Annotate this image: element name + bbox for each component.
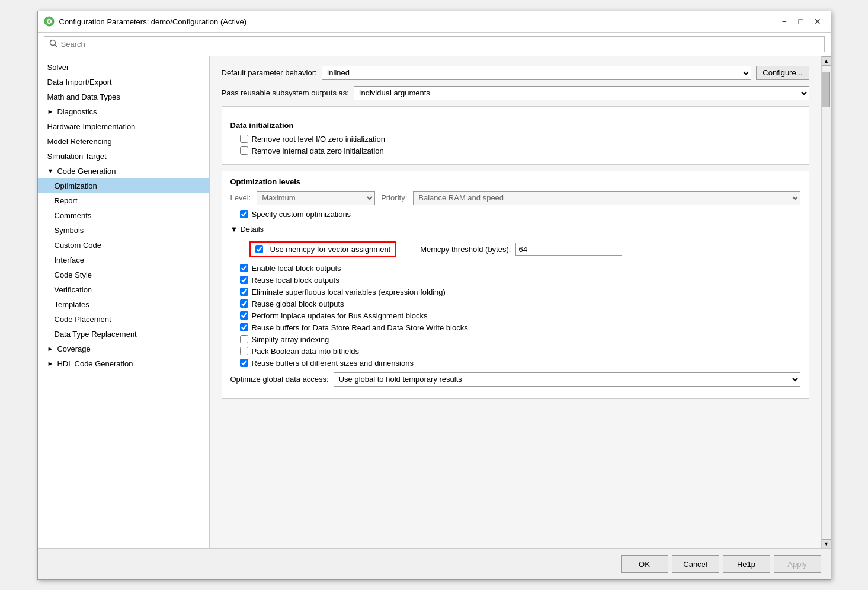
remove-internal-label[interactable]: Remove internal data zero initialization: [252, 146, 384, 155]
data-type-replacement-label: Data Type Replacement: [55, 330, 137, 339]
remove-root-io-row: Remove root level I/O zero initializatio…: [240, 135, 800, 143]
eliminate-superfluous-label[interactable]: Eliminate superfluous local variables (e…: [252, 288, 446, 296]
sidebar-item-coverage[interactable]: ►Coverage: [38, 342, 209, 356]
sidebar-item-data-import-export[interactable]: Data Import/Export: [38, 75, 209, 90]
minimize-button[interactable]: −: [777, 14, 792, 28]
perform-inplace-row: Perform inplace updates for Bus Assignme…: [240, 311, 800, 320]
optimize-global-select[interactable]: Use global to hold temporary results: [334, 372, 800, 387]
app-icon: [44, 16, 55, 27]
remove-internal-row: Remove internal data zero initialization: [240, 146, 800, 155]
simplify-array-label[interactable]: Simplify array indexing: [252, 335, 329, 344]
reuse-buffers-store-checkbox[interactable]: [240, 323, 248, 331]
sidebar-item-hdl-code-generation[interactable]: ►HDL Code Generation: [38, 356, 209, 371]
apply-button[interactable]: Apply: [774, 555, 821, 573]
sidebar-item-symbols[interactable]: Symbols: [38, 223, 209, 238]
specify-custom-checkbox[interactable]: [240, 210, 248, 218]
reuse-local-outputs-checkbox[interactable]: [240, 276, 248, 284]
scroll-thumb[interactable]: [822, 72, 830, 107]
memcpy-threshold-input[interactable]: [515, 243, 622, 256]
title-bar: Configuration Parameters: demo/Configura…: [38, 11, 831, 33]
pack-boolean-label[interactable]: Pack Boolean data into bitfields: [252, 347, 359, 356]
sidebar-item-hardware-implementation[interactable]: Hardware Implementation: [38, 119, 209, 134]
enable-local-outputs-checkbox[interactable]: [240, 264, 248, 272]
data-init-section: Data initialization Remove root level I/…: [222, 106, 809, 165]
coverage-label: Coverage: [57, 345, 90, 353]
diagnostics-label: Diagnostics: [57, 107, 97, 116]
sidebar-item-diagnostics[interactable]: ►Diagnostics: [38, 104, 209, 119]
pass-reusable-select[interactable]: Individual arguments: [354, 86, 809, 100]
sidebar-item-templates[interactable]: Templates: [38, 297, 209, 312]
sidebar-item-code-placement[interactable]: Code Placement: [38, 312, 209, 327]
priority-select[interactable]: Balance RAM and speed: [413, 191, 800, 205]
cancel-button[interactable]: Cancel: [672, 555, 719, 573]
pack-boolean-checkbox[interactable]: [240, 347, 248, 355]
pass-reusable-row: Pass reusable subsystem outputs as: Indi…: [222, 86, 809, 100]
scroll-track[interactable]: [822, 66, 831, 539]
specify-custom-label[interactable]: Specify custom optimizations: [252, 210, 351, 219]
reuse-global-outputs-label[interactable]: Reuse global block outputs: [252, 299, 344, 308]
sidebar-item-verification[interactable]: Verification: [38, 282, 209, 297]
data-import-export-label: Data Import/Export: [47, 78, 112, 87]
enable-local-outputs-label[interactable]: Enable local block outputs: [252, 264, 341, 273]
svg-line-4: [55, 44, 57, 47]
pack-boolean-row: Pack Boolean data into bitfields: [240, 347, 800, 356]
remove-internal-checkbox[interactable]: [240, 146, 248, 155]
reuse-buffers-store-row: Reuse buffers for Data Store Read and Da…: [240, 323, 800, 332]
sidebar-item-report[interactable]: Report: [38, 193, 209, 208]
reuse-buffers-diff-label[interactable]: Reuse buffers of different sizes and dim…: [252, 359, 414, 368]
sidebar-item-code-style[interactable]: Code Style: [38, 267, 209, 282]
reuse-global-outputs-checkbox[interactable]: [240, 299, 248, 308]
scroll-down-button[interactable]: ▼: [822, 539, 831, 548]
use-memcpy-checkbox[interactable]: [255, 245, 263, 253]
sidebar-item-simulation-target[interactable]: Simulation Target: [38, 149, 209, 164]
simplify-array-checkbox[interactable]: [240, 335, 248, 343]
scroll-up-button[interactable]: ▲: [822, 56, 831, 66]
level-select[interactable]: Maximum: [257, 191, 375, 205]
sidebar-item-model-referencing[interactable]: Model Referencing: [38, 134, 209, 149]
title-bar-left: Configuration Parameters: demo/Configura…: [44, 16, 246, 27]
eliminate-superfluous-checkbox[interactable]: [240, 288, 248, 296]
custom-code-label: Custom Code: [55, 241, 101, 250]
reuse-buffers-store-label[interactable]: Reuse buffers for Data Store Read and Da…: [252, 323, 468, 332]
remove-root-io-label[interactable]: Remove root level I/O zero initializatio…: [252, 135, 385, 143]
diagnostics-expand-icon: ►: [47, 108, 54, 115]
sidebar: Solver Data Import/Export Math and Data …: [38, 56, 210, 548]
perform-inplace-checkbox[interactable]: [240, 311, 248, 320]
help-button[interactable]: He1p: [723, 555, 770, 573]
default-param-label: Default parameter behavior:: [222, 68, 317, 77]
perform-inplace-label[interactable]: Perform inplace updates for Bus Assignme…: [252, 311, 428, 320]
code-style-label: Code Style: [55, 270, 92, 279]
specify-custom-row: Specify custom optimizations: [240, 210, 800, 219]
search-input-wrap[interactable]: [44, 36, 825, 52]
eliminate-superfluous-row: Eliminate superfluous local variables (e…: [240, 288, 800, 296]
search-input[interactable]: [61, 40, 819, 49]
memcpy-container: Use memcpy for vector assignment Memcpy …: [240, 238, 800, 260]
default-param-select[interactable]: Inlined: [322, 66, 752, 80]
reuse-buffers-diff-checkbox[interactable]: [240, 359, 248, 367]
code-gen-expand-icon: ▼: [47, 167, 54, 174]
configure-button[interactable]: Configure...: [756, 66, 809, 80]
sidebar-item-solver[interactable]: Solver: [38, 60, 209, 75]
report-label: Report: [55, 196, 78, 205]
reuse-local-outputs-label[interactable]: Reuse local block outputs: [252, 276, 339, 285]
sidebar-item-data-type-replacement[interactable]: Data Type Replacement: [38, 327, 209, 342]
memcpy-threshold-group: Memcpy threshold (bytes):: [420, 243, 622, 256]
remove-root-io-checkbox[interactable]: [240, 135, 248, 143]
optimize-global-label: Optimize global data access:: [230, 375, 329, 384]
sidebar-item-custom-code[interactable]: Custom Code: [38, 238, 209, 253]
sidebar-item-math-and-data-types[interactable]: Math and Data Types: [38, 90, 209, 104]
details-arrow-icon: ▼: [230, 225, 238, 234]
sidebar-item-optimization[interactable]: Optimization: [38, 178, 209, 193]
ok-button[interactable]: OK: [621, 555, 668, 573]
sidebar-item-comments[interactable]: Comments: [38, 208, 209, 223]
interface-label: Interface: [55, 256, 85, 264]
details-toggle[interactable]: ▼ Details: [230, 225, 800, 234]
maximize-button[interactable]: □: [794, 14, 808, 28]
use-memcpy-label[interactable]: Use memcpy for vector assignment: [270, 245, 391, 254]
sidebar-item-interface[interactable]: Interface: [38, 253, 209, 267]
close-button[interactable]: ✕: [811, 14, 825, 28]
svg-point-2: [48, 20, 50, 23]
sidebar-item-code-generation[interactable]: ▼Code Generation: [38, 164, 209, 178]
scrollbar[interactable]: ▲ ▼: [821, 56, 831, 548]
main-content: Solver Data Import/Export Math and Data …: [38, 56, 831, 548]
